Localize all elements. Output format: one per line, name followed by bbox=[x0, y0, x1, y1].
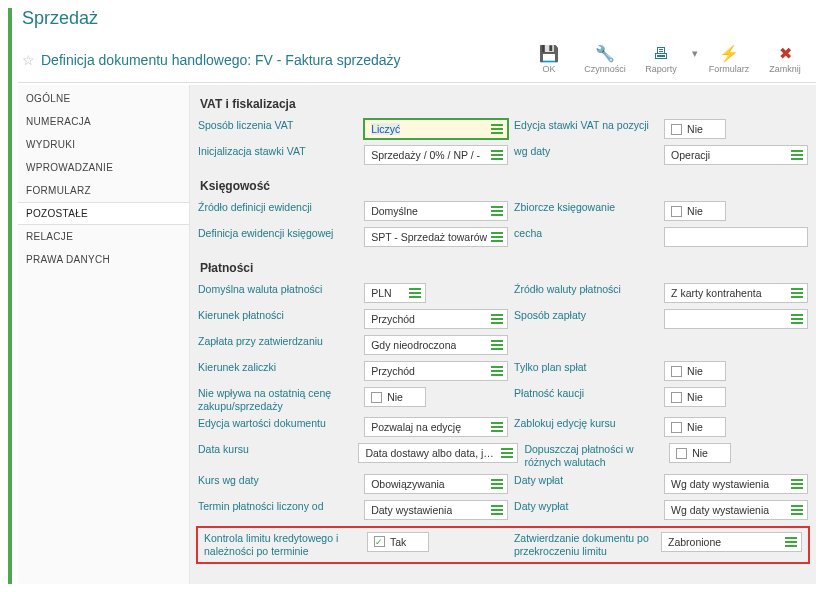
menu-icon bbox=[491, 314, 503, 324]
page-title: Sprzedaż bbox=[18, 8, 816, 37]
wrench-icon: 🔧 bbox=[595, 46, 615, 62]
header-bar: ☆ Definicja dokumentu handlowego: FV - F… bbox=[18, 37, 816, 83]
vat-init-combo[interactable]: Sprzedaży / 0% / NP / - bbox=[364, 145, 508, 165]
menu-icon bbox=[791, 479, 803, 489]
no-effect-check[interactable]: Nie bbox=[364, 387, 426, 407]
menu-icon bbox=[491, 340, 503, 350]
menu-icon bbox=[491, 232, 503, 242]
approve-over-combo[interactable]: Zabronione bbox=[661, 532, 802, 552]
direction-combo[interactable]: Przychód bbox=[364, 309, 508, 329]
section-accounting-title: Księgowość bbox=[194, 169, 812, 199]
sidebar-item-relacje[interactable]: RELACJE bbox=[18, 225, 189, 248]
form-button[interactable]: ⚡ Formularz bbox=[702, 41, 756, 78]
sidebar-item-formularz[interactable]: FORMULARZ bbox=[18, 179, 189, 202]
section-vat-title: VAT i fiskalizacja bbox=[194, 87, 812, 117]
save-icon: 💾 bbox=[539, 46, 559, 62]
currency-combo[interactable]: PLN bbox=[364, 283, 426, 303]
rate-date-combo[interactable]: Data dostawy albo data, jeśli bbox=[358, 443, 518, 463]
pay-method-combo[interactable] bbox=[664, 309, 808, 329]
term-from-combo[interactable]: Daty wystawienia bbox=[364, 500, 508, 520]
menu-icon bbox=[491, 366, 503, 376]
vat-init-label: Inicjalizacja stawki VAT bbox=[198, 145, 358, 158]
ok-button[interactable]: 💾 OK bbox=[522, 41, 576, 78]
menu-icon bbox=[491, 479, 503, 489]
sidebar-item-numeracja[interactable]: NUMERACJA bbox=[18, 110, 189, 133]
section-payments-title: Płatności bbox=[194, 251, 812, 281]
in-dates-combo[interactable]: Wg daty wystawienia bbox=[664, 474, 808, 494]
edit-vat-pos-check[interactable]: Nie bbox=[664, 119, 726, 139]
menu-icon bbox=[491, 206, 503, 216]
menu-icon bbox=[791, 314, 803, 324]
menu-icon bbox=[791, 505, 803, 515]
multi-curr-label: Dopuszczaj płatności w różnych walutach bbox=[524, 443, 663, 469]
src-def-label: Źródło definicji ewidencji bbox=[198, 201, 358, 214]
acct-def-label: Definicja ewidencji księgowej bbox=[198, 227, 358, 240]
vat-method-combo[interactable]: Liczyć bbox=[364, 119, 508, 139]
term-from-label: Termin płatności liczony od bbox=[198, 500, 358, 513]
in-dates-label: Daty wpłat bbox=[514, 474, 658, 487]
block-rate-label: Zablokuj edycję kursu bbox=[514, 417, 658, 430]
sidebar-item-wprowadzanie[interactable]: WPROWADZANIE bbox=[18, 156, 189, 179]
menu-icon bbox=[501, 448, 513, 458]
out-dates-label: Daty wypłat bbox=[514, 500, 658, 513]
direction-label: Kierunek płatności bbox=[198, 309, 358, 322]
no-effect-label: Nie wpływa na ostatnią cenę zakupu/sprze… bbox=[198, 387, 358, 413]
printer-icon: 🖶 bbox=[653, 46, 669, 62]
menu-icon bbox=[491, 124, 503, 134]
highlighted-region: Kontrola limitu kredytowego i należności… bbox=[196, 526, 810, 564]
approve-over-label: Zatwierdzanie dokumentu po przekroczeniu… bbox=[514, 532, 655, 558]
deposit-check[interactable]: Nie bbox=[664, 387, 726, 407]
multi-curr-check[interactable]: Nie bbox=[669, 443, 731, 463]
only-plan-check[interactable]: Nie bbox=[664, 361, 726, 381]
menu-icon bbox=[491, 505, 503, 515]
bulk-book-check[interactable]: Nie bbox=[664, 201, 726, 221]
actions-button[interactable]: 🔧 Czynności bbox=[578, 41, 632, 78]
menu-icon bbox=[785, 537, 797, 547]
credit-chk-label: Kontrola limitu kredytowego i należności… bbox=[204, 532, 361, 558]
advance-dir-combo[interactable]: Przychód bbox=[364, 361, 508, 381]
menu-icon bbox=[791, 150, 803, 160]
rate-by-date-combo[interactable]: Obowiązywania bbox=[364, 474, 508, 494]
currency-src-combo[interactable]: Z karty kontrahenta bbox=[664, 283, 808, 303]
sidebar-item-pozostale[interactable]: POZOSTAŁE bbox=[18, 202, 189, 225]
menu-icon bbox=[491, 422, 503, 432]
feature-label: cecha bbox=[514, 227, 658, 240]
feature-input[interactable] bbox=[664, 227, 808, 247]
acct-def-combo[interactable]: SPT - Sprzedaż towarów bbox=[364, 227, 508, 247]
pay-method-label: Sposób zapłaty bbox=[514, 309, 658, 322]
currency-src-label: Źródło waluty płatności bbox=[514, 283, 658, 296]
vat-method-label: Sposób liczenia VAT bbox=[198, 119, 358, 132]
credit-chk-check[interactable]: Tak bbox=[367, 532, 429, 552]
edit-value-combo[interactable]: Pozwalaj na edycję bbox=[364, 417, 508, 437]
menu-icon bbox=[409, 288, 421, 298]
by-date-combo[interactable]: Operacji bbox=[664, 145, 808, 165]
rate-by-date-label: Kurs wg daty bbox=[198, 474, 358, 487]
close-button[interactable]: ✖ Zamknij bbox=[758, 41, 812, 78]
pay-on-approve-label: Zapłata przy zatwierdzaniu bbox=[198, 335, 358, 348]
edit-value-label: Edycja wartości dokumentu bbox=[198, 417, 358, 430]
close-icon: ✖ bbox=[779, 46, 792, 62]
sidebar: OGÓLNE NUMERACJA WYDRUKI WPROWADZANIE FO… bbox=[18, 85, 190, 584]
content-panel: VAT i fiskalizacja Sposób liczenia VAT L… bbox=[190, 85, 816, 584]
rate-date-label: Data kursu bbox=[198, 443, 352, 456]
src-def-combo[interactable]: Domyślne bbox=[364, 201, 508, 221]
toolbar: 💾 OK 🔧 Czynności 🖶 Raporty ▾ ⚡ Formularz… bbox=[522, 41, 812, 78]
advance-dir-label: Kierunek zaliczki bbox=[198, 361, 358, 374]
by-date-label: wg daty bbox=[514, 145, 658, 158]
currency-label: Domyślna waluta płatności bbox=[198, 283, 358, 296]
deposit-label: Płatność kaucji bbox=[514, 387, 658, 400]
edit-vat-pos-label: Edycja stawki VAT na pozycji bbox=[514, 119, 658, 132]
menu-icon bbox=[791, 288, 803, 298]
out-dates-combo[interactable]: Wg daty wystawienia bbox=[664, 500, 808, 520]
sidebar-item-prawa-danych[interactable]: PRAWA DANYCH bbox=[18, 248, 189, 271]
only-plan-label: Tylko plan spłat bbox=[514, 361, 658, 374]
pay-on-approve-combo[interactable]: Gdy nieodroczona bbox=[364, 335, 508, 355]
block-rate-check[interactable]: Nie bbox=[664, 417, 726, 437]
sidebar-item-ogolne[interactable]: OGÓLNE bbox=[18, 87, 189, 110]
favorite-star-icon[interactable]: ☆ bbox=[22, 52, 35, 68]
reports-button[interactable]: 🖶 Raporty bbox=[634, 41, 688, 78]
sidebar-item-wydruki[interactable]: WYDRUKI bbox=[18, 133, 189, 156]
menu-icon bbox=[491, 150, 503, 160]
bulk-book-label: Zbiorcze księgowanie bbox=[514, 201, 658, 214]
reports-caret[interactable]: ▾ bbox=[690, 41, 700, 60]
